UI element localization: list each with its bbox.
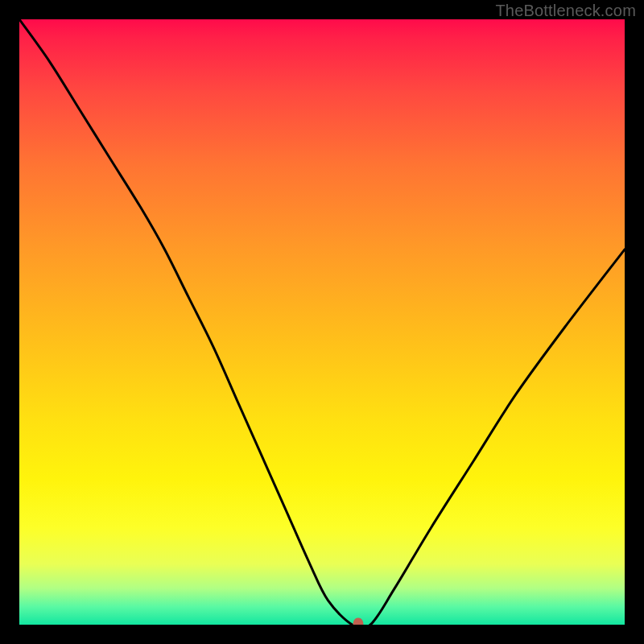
optimal-point-marker [353,618,364,625]
plot-area [19,19,625,625]
chart-frame: TheBottleneck.com [0,0,644,644]
watermark-text: TheBottleneck.com [495,2,636,20]
bottleneck-curve [19,19,625,625]
